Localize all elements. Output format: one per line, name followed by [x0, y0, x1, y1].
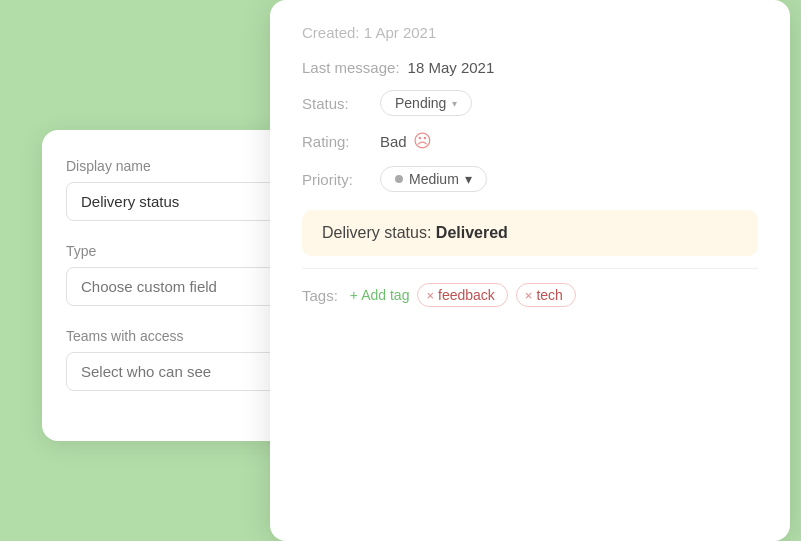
rating-row: Rating: Bad ☹: [302, 130, 758, 152]
status-label: Status:: [302, 95, 372, 112]
delivery-highlight-label: Delivery status:: [322, 224, 431, 241]
rating-value: Bad: [380, 133, 407, 150]
teams-label: Teams with access: [66, 328, 298, 344]
last-message-row: Last message: 18 May 2021: [302, 59, 758, 76]
add-tag-button[interactable]: + Add tag: [350, 287, 410, 303]
status-value: Pending: [395, 95, 446, 111]
priority-chevron-icon: ▾: [465, 171, 472, 187]
priority-label: Priority:: [302, 171, 372, 188]
type-label: Type: [66, 243, 298, 259]
tag-tech-remove-icon[interactable]: ×: [525, 288, 533, 303]
tags-label: Tags:: [302, 287, 338, 304]
priority-value: Medium: [409, 171, 459, 187]
tag-tech: × tech: [516, 283, 576, 307]
status-chevron-icon: ▾: [452, 98, 457, 109]
delivery-highlight-box: Delivery status: Delivered: [302, 210, 758, 256]
display-name-label: Display name: [66, 158, 298, 174]
type-group: Type: [66, 243, 298, 306]
priority-dropdown[interactable]: Medium ▾: [380, 166, 487, 192]
priority-dot-icon: [395, 175, 403, 183]
right-detail-card: Created: 1 Apr 2021 Last message: 18 May…: [270, 0, 790, 541]
rating-label: Rating:: [302, 133, 372, 150]
divider: [302, 268, 758, 269]
status-row: Status: Pending ▾: [302, 90, 758, 116]
tags-row: Tags: + Add tag × feedback × tech: [302, 283, 758, 307]
sad-face-icon: ☹: [413, 130, 432, 152]
tag-feedback-label: feedback: [438, 287, 495, 303]
display-name-input[interactable]: [66, 182, 298, 221]
teams-group: Teams with access: [66, 328, 298, 391]
last-message-value: 18 May 2021: [408, 59, 495, 76]
teams-input[interactable]: [66, 352, 298, 391]
display-name-group: Display name: [66, 158, 298, 221]
status-dropdown[interactable]: Pending ▾: [380, 90, 472, 116]
priority-row: Priority: Medium ▾: [302, 166, 758, 192]
type-input[interactable]: [66, 267, 298, 306]
delivery-highlight-value: Delivered: [436, 224, 508, 241]
tag-feedback-remove-icon[interactable]: ×: [426, 288, 434, 303]
tag-tech-label: tech: [536, 287, 562, 303]
tag-feedback: × feedback: [417, 283, 507, 307]
last-message-label: Last message:: [302, 59, 400, 76]
created-at: Created: 1 Apr 2021: [302, 24, 758, 41]
